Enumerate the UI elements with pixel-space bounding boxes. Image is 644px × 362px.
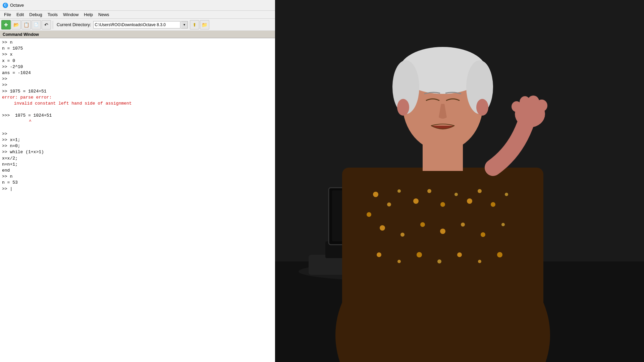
svg-point-16: [454, 193, 458, 196]
cmd-line-10: error: parse error:: [2, 95, 273, 101]
cmd-line-16: >>: [2, 131, 273, 137]
cmd-line-2: n = 1075: [2, 46, 273, 52]
new-file-button[interactable]: ✚: [1, 20, 11, 29]
svg-point-23: [420, 222, 425, 227]
cmd-line-15: [2, 125, 273, 131]
svg-point-26: [481, 232, 485, 237]
cmd-line-21: n=n+1;: [2, 162, 273, 168]
svg-point-41: [476, 99, 488, 116]
command-window[interactable]: >> n n = 1075 >> x x = 0 >> -2^10 ans = …: [0, 38, 275, 362]
cmd-line-14: ^: [2, 119, 273, 125]
toolbar-separator-1: [53, 21, 53, 29]
cmd-line-8: >>: [2, 82, 273, 88]
new-file-icon: ✚: [4, 22, 8, 27]
paste-icon: 📄: [34, 22, 39, 27]
cmd-panel-title: Command Window: [0, 31, 275, 38]
svg-point-10: [387, 202, 391, 206]
cmd-line-11: invalid constant left hand side of assig…: [2, 101, 273, 107]
svg-point-27: [501, 223, 505, 226]
svg-point-17: [467, 198, 472, 204]
cmd-line-24: n = 53: [2, 180, 273, 186]
cmd-line-4: x = 0: [2, 58, 273, 64]
cmd-panel-title-text: Command Window: [3, 32, 39, 37]
cmd-line-9: >> 1075 = 1024+51: [2, 88, 273, 95]
cmd-line-18: >> n=0;: [2, 143, 273, 149]
undo-button[interactable]: ↶: [42, 20, 51, 29]
copy-button[interactable]: 📋: [21, 20, 31, 29]
menu-window[interactable]: Window: [60, 11, 81, 18]
svg-point-14: [427, 189, 431, 193]
dir-dropdown-button[interactable]: ▾: [181, 21, 188, 28]
svg-point-22: [400, 233, 405, 237]
menu-tools[interactable]: Tools: [45, 11, 60, 18]
svg-rect-8: [342, 168, 543, 362]
cmd-line-1: >> n: [2, 40, 273, 46]
cmd-line-20: x=x/2;: [2, 156, 273, 162]
cmd-line-3: >> x: [2, 52, 273, 58]
svg-point-33: [478, 260, 481, 263]
cursor-caret: |: [10, 186, 12, 191]
open-file-icon: 📂: [13, 22, 19, 27]
cmd-line-13: >>> 1075 = 1024+51: [2, 113, 273, 119]
svg-point-40: [397, 99, 409, 116]
cmd-line-12: [2, 107, 273, 113]
svg-point-11: [367, 212, 371, 217]
current-dir-input[interactable]: [93, 21, 180, 28]
svg-point-46: [512, 101, 522, 112]
open-file-button[interactable]: 📂: [11, 20, 21, 29]
app-title: Octave: [10, 3, 24, 8]
right-panel: [275, 0, 644, 362]
svg-point-13: [413, 198, 419, 204]
svg-point-24: [440, 229, 445, 234]
svg-point-44: [536, 100, 547, 112]
title-bar: C Octave: [0, 0, 275, 11]
toolbar: ✚ 📂 📋 📄 ↶ Current Directory: ▾ ⬆ 📁: [0, 19, 275, 31]
svg-point-34: [497, 252, 502, 257]
svg-point-19: [491, 202, 495, 207]
app-icon: C: [3, 3, 8, 8]
open-folder-button[interactable]: 📁: [200, 20, 209, 29]
svg-point-29: [397, 260, 401, 263]
svg-point-15: [440, 202, 445, 207]
svg-point-9: [373, 192, 378, 197]
nav-up-button[interactable]: ⬆: [190, 20, 199, 29]
svg-point-30: [417, 252, 422, 257]
cmd-line-6: ans = -1024: [2, 70, 273, 76]
svg-point-21: [380, 225, 385, 231]
cmd-line-23: >> n: [2, 174, 273, 180]
svg-point-18: [478, 189, 482, 193]
svg-point-20: [505, 193, 508, 196]
webcam-video: [275, 0, 644, 362]
svg-point-25: [461, 223, 465, 227]
cmd-line-17: >> x=1;: [2, 137, 273, 143]
nav-up-icon: ⬆: [193, 22, 197, 27]
menu-bar: File Edit Debug Tools Window Help News: [0, 11, 275, 19]
cmd-line-25: >> |: [2, 186, 273, 192]
svg-point-31: [437, 259, 441, 263]
svg-point-28: [377, 252, 381, 257]
menu-help[interactable]: Help: [81, 11, 96, 18]
app-container: C Octave File Edit Debug Tools Window He…: [0, 0, 644, 362]
cmd-line-22: end: [2, 168, 273, 174]
copy-icon: 📋: [23, 22, 29, 27]
svg-point-12: [397, 189, 401, 193]
current-dir-label: Current Directory:: [57, 22, 91, 27]
open-folder-icon: 📁: [202, 22, 207, 27]
svg-point-32: [457, 252, 462, 257]
menu-news[interactable]: News: [96, 11, 112, 18]
cmd-line-5: >> -2^10: [2, 64, 273, 70]
paste-button[interactable]: 📄: [32, 20, 41, 29]
menu-debug[interactable]: Debug: [26, 11, 45, 18]
undo-icon: ↶: [44, 22, 48, 27]
cmd-line-19: >> while (1+x>1): [2, 149, 273, 155]
menu-edit[interactable]: Edit: [14, 11, 26, 18]
cmd-line-7: >>: [2, 76, 273, 82]
menu-file[interactable]: File: [1, 11, 14, 18]
left-panel: C Octave File Edit Debug Tools Window He…: [0, 0, 275, 362]
